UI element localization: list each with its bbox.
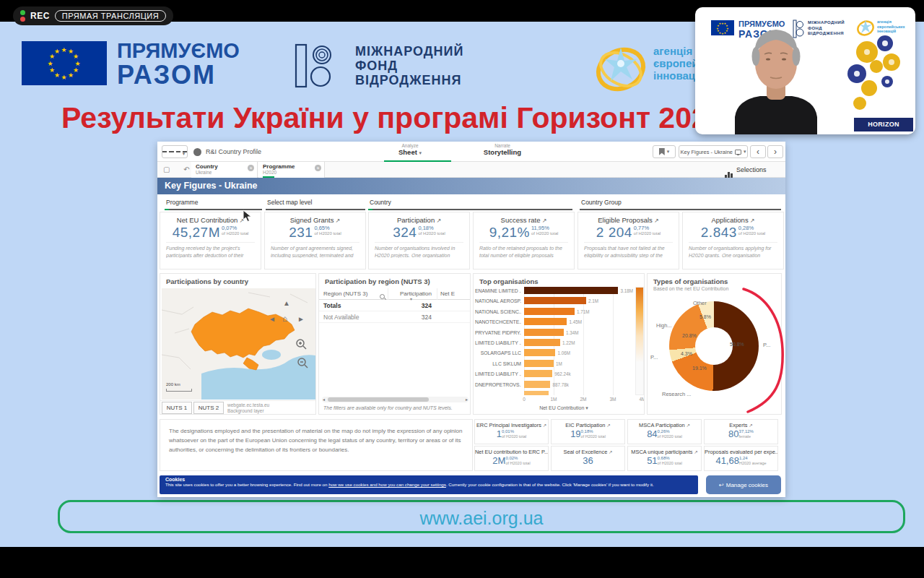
bottom-letterbox-bar (0, 547, 924, 578)
manage-cookies-button[interactable]: ↩ Manage cookies (706, 475, 781, 494)
bar-category-label: NATIONAL SCIENC... (475, 309, 521, 314)
mini-kpi-share: 0,02%of H2020 total (505, 456, 530, 466)
filter-dropdown-country[interactable]: Country (368, 196, 572, 210)
bar[interactable] (524, 318, 567, 325)
external-link-icon[interactable]: ↗ (749, 217, 755, 224)
cookie-settings-link[interactable]: how we use cookies and how you can chang… (328, 482, 446, 487)
bar[interactable] (524, 349, 555, 356)
zoom-out-button[interactable] (297, 358, 309, 369)
donut-subtitle: Based on the net EU Contribution (653, 286, 728, 291)
external-link-icon[interactable]: ↗ (605, 423, 610, 428)
webcam-overlay: ★★★★★★★★★★★★ ПРЯМУЄМО РАЗОМ МІЖНАРОДНИЙ … (695, 7, 915, 134)
tab-narrate-storytelling[interactable]: Narrate Storytelling (476, 143, 528, 156)
eu-star-icon: ★ (61, 74, 67, 81)
external-link-icon[interactable]: ↗ (692, 449, 697, 454)
prev-sheet-button[interactable]: ‹ (750, 145, 766, 158)
mini-kpi-value: 41,68 (715, 456, 739, 466)
chevron-down-icon: ▾ (667, 149, 670, 155)
kpi-value-row: 3240,18%of H2020 total (369, 225, 469, 240)
mini-kpi-value-row: 8037,12%female (705, 429, 777, 439)
filter-chip-country[interactable]: CountryUkraine× (191, 162, 258, 178)
filter-dropdown-select-map-level[interactable]: Select map level (266, 196, 365, 210)
mini-kpi-title-text: MSCA Participation (639, 422, 685, 428)
map-home-button[interactable]: ⌂ (282, 315, 287, 322)
bar[interactable] (524, 308, 575, 315)
axis-tick-label: 4M (639, 397, 645, 402)
table-row[interactable]: Not Available324 (319, 311, 471, 323)
chart-minimap-scrollbar[interactable] (635, 287, 644, 395)
screen: REC ПРЯМАЯ ТРАНСЛЯЦИЯ ★★★★★★★★★★★★ ПРЯМУ… (0, 0, 924, 578)
map-panel: Participations by country ▲ ◄ ⌂ ► (160, 273, 316, 415)
donut-slice-percent: 4.3% (681, 351, 692, 356)
kpi-title: Signed Grants ↗ (265, 216, 365, 224)
filter-dropdown-country-group[interactable]: Country Group (580, 196, 781, 210)
filter-dropdown-programme[interactable]: Programme (165, 196, 262, 210)
bar-category-label: LIMITED LIABILITY ... (475, 340, 521, 345)
menu-button[interactable]: ▾ (162, 145, 188, 158)
kpi-share: 0,28%of H2020 total (738, 225, 765, 236)
bar[interactable] (524, 360, 554, 367)
chip-close-icon[interactable]: × (315, 165, 321, 171)
kpi-share-pct: 0,07% (222, 225, 248, 231)
mini-kpi-share: 0,68%of H2020 total (658, 456, 682, 466)
mini-kpi-title-text: Seal of Excellence (563, 449, 607, 455)
map-canvas[interactable]: ▲ ◄ ⌂ ► 200 km (162, 288, 315, 400)
kpi-value-row: 2.8430,28%of H2020 total (683, 225, 783, 240)
tab-analyze-sheet[interactable]: Analyze Sheet ▾ (388, 143, 432, 156)
filter-active-indicator (165, 209, 169, 210)
filter-chip-programme[interactable]: ProgrammeH2020× (258, 162, 325, 178)
bar[interactable] (524, 339, 560, 346)
external-link-icon[interactable]: ↗ (540, 217, 546, 224)
map-footer: NUTS 1 NUTS 2 webgate.ec.testa.eu Backgr… (160, 400, 316, 415)
external-link-icon[interactable]: ↗ (607, 449, 612, 454)
kpi-share-caption: of H2020 total (418, 231, 445, 236)
pan-left-button[interactable]: ◄ (269, 316, 276, 323)
bar-partial[interactable] (524, 391, 549, 395)
kpi-title: Success rate ↗ (474, 216, 574, 224)
mini-kpi-value: 84 (647, 429, 657, 439)
external-link-icon[interactable]: ↗ (435, 217, 441, 224)
selections-button[interactable]: Selections (736, 166, 767, 173)
mini-kpi-value-row: 190,18%of H2020 total (552, 429, 624, 439)
bar[interactable] (524, 287, 618, 294)
pan-up-button[interactable]: ▲ (283, 300, 290, 307)
zoom-in-button[interactable] (296, 339, 308, 350)
sheet-selector[interactable]: Key Figures - Ukraine ▾ (679, 145, 748, 158)
bar[interactable] (524, 381, 550, 388)
col-region[interactable]: Region (NUTS 3) (323, 290, 367, 297)
table-row[interactable]: Totals324 (319, 300, 471, 311)
kpi-value: 324 (393, 225, 417, 240)
external-link-icon[interactable]: ↗ (541, 423, 546, 428)
kpi-value: 2 204 (596, 225, 632, 240)
pan-right-button[interactable]: ► (297, 316, 305, 323)
kpi-share-caption: of H2020 total (738, 231, 765, 236)
chevron-down-icon: ▾ (183, 151, 187, 152)
next-sheet-button[interactable]: › (767, 145, 783, 158)
cookie-banner: Cookies This site uses cookies to offer … (160, 475, 698, 494)
bar-category-label: ENAMINE LIMITED ... (475, 288, 521, 293)
chip-close-icon[interactable]: × (248, 165, 254, 171)
external-link-icon[interactable]: ↗ (747, 423, 752, 428)
nuts2-button[interactable]: NUTS 2 (193, 402, 224, 414)
bookmarks-button[interactable]: ▾ (653, 145, 676, 158)
horizontal-scrollbar[interactable]: ◂ ▸ (322, 397, 468, 402)
eu-star-icon: ★ (73, 53, 79, 60)
bar-chart-xlabel[interactable]: Net EU Contribution ▾ (502, 405, 625, 411)
top-organisations-panel: Top organisations ENAMINE LIMITED ...3.1… (473, 273, 645, 415)
external-link-icon[interactable]: ↗ (334, 217, 340, 224)
external-link-icon[interactable]: ↗ (653, 217, 659, 224)
nuts1-button[interactable]: NUTS 1 (162, 402, 192, 414)
external-link-icon[interactable]: ↗ (685, 423, 690, 428)
mini-kpi-share-caption: of H2020 total (581, 434, 606, 439)
col-net-eu[interactable]: Net E (440, 290, 455, 297)
bar[interactable] (524, 329, 564, 336)
mini-kpi-title-text: MSCA unique participants (631, 449, 692, 455)
eu-flag-logo: ★★★★★★★★★★★★ (22, 41, 107, 85)
bar[interactable] (524, 297, 586, 304)
mini-kpi-title-text: Experts (729, 422, 747, 428)
chip-label: Country (196, 163, 253, 170)
mini-kpi-share-caption: of H2020 total (658, 461, 682, 465)
mini-kpi-title-text: EIC Participation (565, 422, 605, 428)
bar[interactable] (524, 370, 552, 377)
scrollbar-thumb[interactable] (328, 397, 429, 402)
